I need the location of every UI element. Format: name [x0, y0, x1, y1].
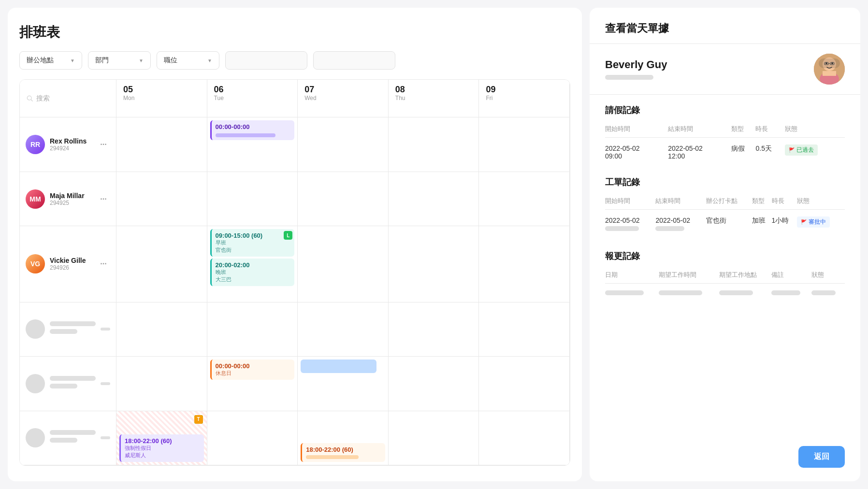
avatar-vickie: VG [26, 254, 45, 273]
office-filter[interactable]: 辦公地點 ▼ [19, 51, 82, 70]
rex-thu[interactable] [389, 117, 479, 172]
svg-rect-5 [823, 71, 836, 76]
shift-block-orange[interactable]: 00:00-00:00 休息日 [210, 360, 295, 380]
status-badge-reviewing: 🚩 審批中 [797, 216, 830, 228]
badge-t: T [194, 415, 203, 424]
loading3-wed[interactable]: 18:00-22:00 (60) [298, 411, 389, 465]
day-header-mon: 05 Mon [116, 80, 207, 117]
maja-thu[interactable] [389, 172, 479, 226]
emp-name-rex: Rex Rollins [50, 137, 92, 145]
chevron-down-icon: ▼ [207, 58, 212, 63]
loading3-fri[interactable] [479, 411, 570, 465]
vickie-mon[interactable] [116, 226, 207, 302]
emp-id-maja: 294925 [50, 200, 92, 206]
leave-table: 開始時間 結束時間 類型 時長 狀態 2022-05-0209:00 2022-… [605, 121, 845, 165]
loading1-wed[interactable] [298, 302, 389, 357]
shift-block-vickie-morning[interactable]: L 09:00-15:00 (60) 早班 官也街 [210, 229, 295, 257]
schedule-panel: 排班表 辦公地點 ▼ 部門 ▼ 職位 ▼ 搜索 [8, 8, 582, 481]
leave-start: 2022-05-0209:00 [605, 138, 668, 165]
day-header-wed: 07 Wed [298, 80, 389, 117]
leave-section-title: 請假記錄 [605, 104, 845, 116]
wo-end: 2022-05-02 [655, 210, 706, 239]
department-filter[interactable]: 部門 ▼ [88, 51, 151, 70]
return-button[interactable]: 返回 [798, 446, 845, 468]
emp-name-vickie: Vickie Gille [50, 257, 92, 264]
loading3-mon[interactable]: L T 18:00-22:00 (60) 強制性假日 威尼斯人 [116, 411, 207, 465]
leave-col-status: 狀態 [785, 121, 845, 138]
loading2-thu[interactable] [389, 357, 479, 411]
avatar-placeholder [26, 319, 45, 339]
loading2-tue[interactable]: 00:00-00:00 休息日 [207, 357, 298, 411]
wo-type: 加班 [752, 210, 772, 239]
loading2-mon[interactable] [116, 357, 207, 411]
loading1-fri[interactable] [479, 302, 570, 357]
rex-mon[interactable] [116, 117, 207, 172]
loading3-thu[interactable] [389, 411, 479, 465]
day-header-fri: 09 Fri [479, 80, 570, 117]
shift-block-orange-2[interactable]: 18:00-22:00 (60) [301, 443, 385, 462]
badge-l: L [284, 231, 292, 240]
schedule-grid: 搜索 05 Mon 06 Tue 07 Wed 08 Thu 09 Fri [20, 80, 570, 465]
filter-blank-1[interactable] [225, 51, 307, 70]
wo-duration: 1小時 [772, 210, 797, 239]
user-info-row: Beverly Guy [605, 54, 845, 85]
vickie-thu[interactable] [389, 226, 479, 302]
wo-col-start: 開始時間 [605, 193, 655, 210]
search-header[interactable]: 搜索 [20, 80, 116, 117]
loading3-tue[interactable] [207, 411, 298, 465]
position-filter[interactable]: 職位 ▼ [157, 51, 219, 70]
avatar-svg [814, 54, 845, 85]
wo-col-end: 結束時間 [655, 193, 706, 210]
emp-more-maja[interactable]: ··· [97, 192, 110, 206]
leave-col-type: 類型 [731, 121, 756, 138]
vickie-fri[interactable] [479, 226, 570, 302]
rex-fri[interactable] [479, 117, 570, 172]
report-section-title: 報更記錄 [605, 250, 845, 262]
maja-fri[interactable] [479, 172, 570, 226]
right-panel: 查看當天單據 Beverly Guy [590, 8, 860, 481]
wo-col-duration: 時長 [772, 193, 797, 210]
loading1-mon[interactable] [116, 302, 207, 357]
leave-col-duration: 時長 [755, 121, 785, 138]
wo-start: 2022-05-02 [605, 210, 655, 239]
wo-col-status: 狀態 [797, 193, 845, 210]
maja-wed[interactable] [298, 172, 389, 226]
wo-status: 🚩 審批中 [797, 210, 845, 239]
leave-end: 2022-05-0212:00 [668, 138, 731, 165]
loading1-thu[interactable] [389, 302, 479, 357]
emp-cell-rex: RR Rex Rollins 294924 ··· [20, 117, 116, 172]
rpt-col-status: 狀態 [811, 267, 845, 284]
leave-duration: 0.5天 [755, 138, 785, 165]
emp-more-rex[interactable]: ··· [97, 138, 110, 151]
search-icon [27, 95, 33, 102]
maja-tue[interactable] [207, 172, 298, 226]
loading2-fri[interactable] [479, 357, 570, 411]
emp-name-maja: Maja Millar [50, 192, 92, 200]
emp-id-vickie: 294926 [50, 264, 92, 271]
maja-mon[interactable] [116, 172, 207, 226]
leave-row: 2022-05-0209:00 2022-05-0212:00 病假 0.5天 … [605, 138, 845, 165]
shift-block-vickie-evening[interactable]: 20:00-02:00 晚班 大三巴 [210, 259, 295, 286]
chevron-down-icon: ▼ [139, 58, 144, 63]
emp-more-vickie[interactable]: ··· [97, 257, 110, 271]
rex-tue[interactable]: 00:00-00:00 [207, 117, 298, 172]
day-header-tue: 06 Tue [207, 80, 298, 117]
shift-block[interactable]: 00:00-00:00 [210, 120, 295, 140]
status-badge-passed: 🚩 已過去 [785, 144, 818, 156]
emp-loading-2 [20, 357, 116, 411]
filter-blank-2[interactable] [313, 51, 395, 70]
shift-block-violet[interactable]: 18:00-22:00 (60) 強制性假日 威尼斯人 [119, 434, 204, 462]
rpt-col-note: 備註 [771, 267, 811, 284]
vickie-tue[interactable]: L 09:00-15:00 (60) 早班 官也街 20:00-02:00 晚班… [207, 226, 298, 302]
rpt-col-time: 期望工作時間 [659, 267, 719, 284]
panel-divider [590, 43, 860, 44]
rex-wed[interactable] [298, 117, 389, 172]
user-subtitle-placeholder [605, 75, 653, 80]
report-table: 日期 期望工作時間 期望工作地點 備註 狀態 [605, 267, 845, 303]
avatar-maja: MM [26, 189, 45, 209]
loading1-tue[interactable] [207, 302, 298, 357]
day-header-thu: 08 Thu [389, 80, 479, 117]
avatar-placeholder-2 [26, 374, 45, 393]
vickie-wed[interactable] [298, 226, 389, 302]
loading2-wed[interactable] [298, 357, 389, 411]
